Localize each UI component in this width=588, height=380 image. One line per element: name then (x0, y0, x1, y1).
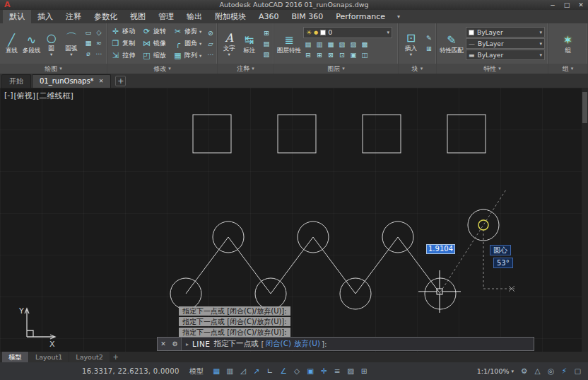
annotate-extra-icon-0[interactable]: ⊞ (261, 28, 271, 38)
block-extra-icon-1[interactable]: ⊞ (424, 44, 434, 54)
lineweight-icon[interactable]: ≡ (331, 365, 343, 377)
layout-tab-0[interactable]: 模型 (2, 352, 28, 362)
copy-tool-button[interactable]: ❐复制 (110, 38, 141, 50)
close-icon[interactable]: ✕ (99, 75, 104, 88)
command-line-customize-icon[interactable]: ⚙ (172, 340, 178, 347)
layer-tool-icon-1[interactable]: ▥ (314, 40, 324, 50)
match-properties-button[interactable]: ✎ 特性匹配 (439, 33, 464, 54)
line-tool-button[interactable]: ╱ 直线 (2, 33, 20, 54)
modify-extra-icon-2[interactable]: ⋯ (206, 50, 216, 59)
dynamic-input-icon[interactable]: ↗ (251, 365, 263, 377)
ribbon-tab-5[interactable]: 管理 (152, 10, 180, 23)
ribbon-tab-3[interactable]: 参数化 (88, 10, 124, 23)
circle-shape[interactable] (468, 209, 499, 241)
scrollbar-thumb[interactable] (582, 92, 587, 123)
annotate-extra-icon-1[interactable]: ▤ (261, 39, 271, 49)
groups-panel-footer[interactable]: 组 ▾ (548, 64, 587, 74)
arc-tool-button[interactable]: ⌒ 圆弧 ▾ (62, 31, 81, 57)
layer-tool-icon-0[interactable]: ▤ (303, 40, 313, 50)
properties-panel-footer[interactable]: 特性 ▾ (437, 64, 548, 74)
layer-properties-button[interactable]: ≣ 图层特性 (276, 33, 302, 54)
annotation-scale-button[interactable]: 1:1/100% ▾ (477, 367, 514, 375)
grid-icon[interactable]: ▦ (211, 365, 223, 377)
option-close-link[interactable]: 闭合(C) (266, 339, 292, 349)
modify-extra-icon-1[interactable]: ▱ (206, 39, 216, 49)
osnap-icon[interactable]: ▣ (305, 365, 317, 377)
layer-tool-icon-10[interactable]: ▣ (348, 50, 358, 60)
trim-tool-button[interactable]: ✂修剪▾ (172, 25, 203, 38)
dynamic-input-distance[interactable]: 1.9104 (426, 244, 455, 254)
ribbon-tab-10[interactable]: Performance (329, 10, 392, 23)
draw-extra-icon-5[interactable]: ⋯ (94, 49, 104, 59)
option-undo-link[interactable]: 放弃(U) (294, 339, 320, 349)
draw-extra-icon-3[interactable]: ≈ (94, 38, 104, 48)
layer-tool-icon-2[interactable]: ▦ (326, 40, 336, 50)
isodraft-icon[interactable]: ◇ (291, 365, 303, 377)
command-line-close-icon[interactable]: ✕ (160, 340, 166, 347)
drawing-canvas[interactable]: [-] [俯视] [二维线框] YX 指定下一点或 [闭合(C)/放弃(U)]:… (0, 88, 588, 352)
file-tab-document[interactable]: 01_runOsnaps* ✕ (32, 74, 111, 88)
ortho-icon[interactable]: ∟ (264, 365, 276, 377)
dimension-tool-button[interactable]: ↹ 标注 (240, 33, 259, 54)
minimize-button[interactable]: − (546, 0, 560, 10)
ribbon-tab-1[interactable]: 插入 (31, 10, 59, 23)
new-tab-button[interactable]: + (115, 76, 126, 86)
block-extra-icon-0[interactable]: ✎ (424, 33, 434, 43)
layer-tool-icon-4[interactable]: ▨ (348, 40, 358, 50)
isolate-objects-icon[interactable]: ◎ (545, 365, 557, 377)
rotate-tool-button[interactable]: ⟳旋转 (141, 25, 172, 38)
layers-panel-footer[interactable]: 图层 ▾ (274, 64, 398, 74)
layer-dropdown[interactable]: ☀ ● 0 ▾ (303, 27, 392, 38)
layer-tool-icon-5[interactable]: ▩ (360, 40, 370, 50)
modify-panel-footer[interactable]: 修改 ▾ (107, 64, 217, 74)
recent-commands-icon[interactable]: ▸ (186, 341, 189, 347)
ribbon-tab-9[interactable]: BIM 360 (286, 10, 330, 23)
object-color-dropdown[interactable]: ByLayer ▾ (466, 27, 545, 38)
infer-constraints-icon[interactable]: ◿ (237, 365, 249, 377)
layer-tool-icon-6[interactable]: ⊟ (303, 50, 313, 60)
group-tool-button[interactable]: ✶ 组 (558, 33, 578, 54)
scale-tool-button[interactable]: ◰缩放 (141, 50, 172, 62)
annotation-monitor-icon[interactable]: △ (531, 365, 543, 377)
zigzag-polyline[interactable] (186, 237, 440, 294)
annotate-panel-footer[interactable]: 注释 ▾ (218, 64, 274, 74)
ribbon-tab-4[interactable]: 视图 (124, 10, 152, 23)
array-tool-button[interactable]: ▦阵列▾ (172, 50, 203, 62)
layout-tab-1[interactable]: Layout1 (29, 352, 69, 362)
linetype-dropdown[interactable]: — ByLayer ▾ (466, 38, 545, 49)
file-tab-start[interactable]: 开始 (1, 74, 31, 88)
ribbon-tab-6[interactable]: 输出 (180, 10, 208, 23)
ribbon-tab-0[interactable]: 默认 (3, 10, 31, 23)
draw-extra-icon-1[interactable]: ◇ (94, 28, 104, 38)
crosshair-cursor[interactable] (418, 270, 461, 313)
transparency-icon[interactable]: ▨ (345, 365, 357, 377)
ribbon-tab-2[interactable]: 注释 (59, 10, 88, 23)
new-layout-button[interactable]: + (111, 352, 121, 362)
square-shape[interactable] (278, 115, 316, 153)
modify-extra-icon-0[interactable]: ⊘ (206, 28, 216, 38)
workspace-gear-icon[interactable]: ⚙ (518, 365, 530, 377)
square-shape[interactable] (447, 115, 486, 153)
stretch-tool-button[interactable]: ⇲拉伸 (110, 50, 141, 62)
ribbon-collapse-icon[interactable]: ▾ (392, 10, 406, 23)
graphics-performance-icon[interactable]: ⚡ (558, 365, 570, 377)
square-shape[interactable] (193, 115, 231, 153)
layout-tab-2[interactable]: Layout2 (69, 352, 109, 362)
visual-style-menu[interactable]: [二维线框] (36, 91, 74, 101)
maximize-button[interactable]: □ (560, 0, 574, 10)
snap-mode-icon[interactable]: ▥ (224, 365, 236, 377)
close-button[interactable]: ✕ (574, 0, 588, 10)
move-tool-button[interactable]: ✛移动 (110, 25, 141, 38)
layer-tool-icon-8[interactable]: ⊠ (326, 50, 336, 60)
clean-screen-icon[interactable]: ▢ (572, 365, 584, 377)
view-menu[interactable]: [俯视] (14, 91, 36, 101)
viewport-menu[interactable]: [-] (4, 91, 13, 101)
draw-extra-icon-4[interactable]: ⌀ (83, 49, 93, 59)
annotate-extra-icon-2[interactable]: ▧ (261, 50, 271, 59)
square-shape[interactable] (363, 115, 401, 153)
layer-tool-icon-9[interactable]: ⊡ (337, 50, 347, 60)
circle-tool-button[interactable]: ○ 圆 ▾ (42, 31, 61, 57)
layer-tool-icon-7[interactable]: ⊞ (314, 50, 324, 60)
text-tool-button[interactable]: A 文字 ▾ (220, 31, 239, 57)
draw-extra-icon-2[interactable]: ▦ (83, 38, 93, 48)
